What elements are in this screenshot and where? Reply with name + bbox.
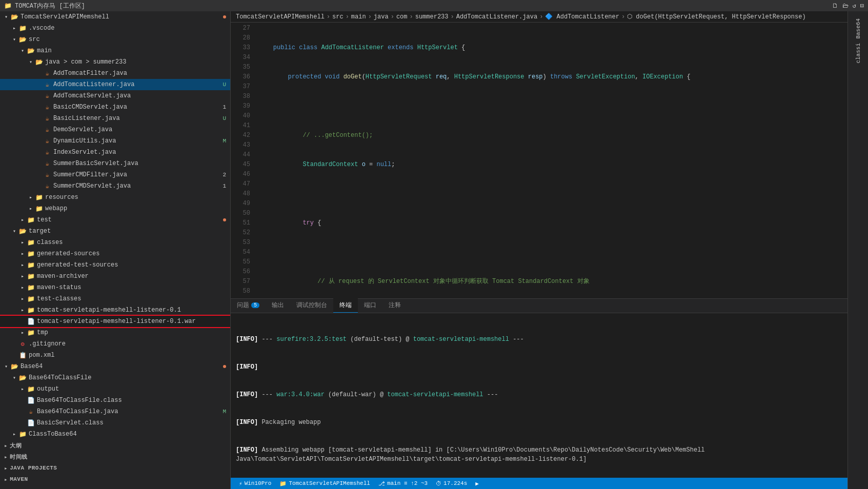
- java-icon: ☕: [43, 70, 51, 77]
- status-timing[interactable]: ⏱ 17.224s: [432, 478, 471, 489]
- sidebar-item-SummerCMDFilter[interactable]: ☕ SummerCMDFilter.java 2: [0, 169, 230, 180]
- breadcrumb-item-1: TomcatServletAPIMemshell: [236, 13, 325, 21]
- sidebar-item-BasicListener[interactable]: ☕ BasicListener.java U: [0, 113, 230, 124]
- sidebar-item-ClassToBase64[interactable]: ▸ 📁 ClassToBase64: [0, 429, 230, 440]
- sidebar-item-src[interactable]: ▾ 📂 src: [0, 34, 230, 45]
- chevron-right-icon: ▸: [4, 476, 8, 483]
- tab-problems-label: 问题: [237, 301, 249, 310]
- breadcrumb-item-4: java: [374, 13, 389, 21]
- refresh-icon[interactable]: ↺: [853, 2, 856, 10]
- mini-panel-btn-2[interactable]: Base64: [853, 17, 863, 40]
- code-line-36: try {: [256, 218, 847, 228]
- section-timeline[interactable]: ▸ 时间线: [0, 451, 230, 462]
- sidebar-item-tomcat-memshell-listener-dir[interactable]: ▸ 📁 tomcat-servletapi-memshell-listener-…: [0, 304, 230, 316]
- sidebar-tree: ▾ 📂 TomcatServletAPIMemshell ▸ 📁 .vscode…: [0, 11, 230, 489]
- tab-problems[interactable]: 问题 5: [231, 298, 266, 313]
- sidebar-item-webapp[interactable]: ▸ 📁 webapp: [0, 203, 230, 214]
- sidebar-item-AddTomcatFilter[interactable]: ☕ AddTomcatFilter.java: [0, 68, 230, 79]
- file-badge: 2: [223, 172, 226, 178]
- code-line-empty: [256, 101, 847, 111]
- sidebar-item-output[interactable]: ▸ 📁 output: [0, 383, 230, 395]
- sidebar-item-target[interactable]: ▾ 📂 target: [0, 226, 230, 237]
- sidebar-item-BasicCMDServlet[interactable]: ☕ BasicCMDServlet.java 1: [0, 101, 230, 113]
- sidebar-item-generated-sources[interactable]: ▸ 📁 generated-sources: [0, 248, 230, 259]
- sidebar-item-gitignore[interactable]: ⚙ .gitignore: [0, 338, 230, 350]
- sidebar-item-DemoServlet[interactable]: ☕ DemoServlet.java: [0, 124, 230, 135]
- sidebar-item-test-classes[interactable]: ▸ 📁 test-classes: [0, 293, 230, 304]
- file-badge: M: [223, 138, 226, 144]
- folder-repo-icon: 📁: [279, 480, 287, 487]
- folder-open-icon: 📂: [10, 363, 18, 371]
- java-icon: ☕: [43, 115, 51, 123]
- folder-icon: 📁: [27, 261, 35, 269]
- sidebar-item-pom-xml[interactable]: 📋 pom.xml: [0, 350, 230, 361]
- sidebar-item-resources[interactable]: ▸ 📁 resources: [0, 192, 230, 203]
- sidebar: ▾ 📂 TomcatServletAPIMemshell ▸ 📁 .vscode…: [0, 11, 231, 489]
- sidebar-item-generated-test-sources[interactable]: ▸ 📁 generated-test-sources: [0, 259, 230, 271]
- tab-ports-label: 端口: [364, 301, 376, 310]
- arrow-icon: ▾: [10, 36, 18, 43]
- sidebar-item-DynamicUtils[interactable]: ☕ DynamicUtils.java M: [0, 135, 230, 147]
- folder-icon: 📁: [4, 2, 12, 10]
- status-repo[interactable]: 📁 TomcatServletAPIMemshell: [275, 478, 374, 489]
- section-maven[interactable]: ▸ MAVEN: [0, 474, 230, 485]
- maven-label: MAVEN: [10, 476, 28, 482]
- folder-open-icon: 📂: [27, 47, 35, 55]
- status-timing-label: 17.224s: [443, 480, 467, 486]
- terminal-content[interactable]: [INFO] --- surefire:3.2.5:test (default-…: [231, 313, 847, 478]
- arrow-icon: ▸: [10, 431, 18, 437]
- sidebar-item-classes[interactable]: ▸ 📁 classes: [0, 237, 230, 248]
- sidebar-item-tmp[interactable]: ▸ 📁 tmp: [0, 327, 230, 338]
- sidebar-item-war-file[interactable]: 📄 tomcat-servletapi-memshell-listener-0.…: [0, 316, 230, 327]
- arrow-icon: ▸: [18, 296, 27, 302]
- folder-icon: 📁: [27, 329, 35, 337]
- sidebar-item-Base64ToClassFile-java[interactable]: ☕ Base64ToClassFile.java M: [0, 406, 230, 417]
- sidebar-item-Base64ToClassFile[interactable]: ▾ 📂 Base64ToClassFile: [0, 372, 230, 383]
- sidebar-item-main[interactable]: ▾ 📂 main: [0, 45, 230, 56]
- status-terminal-indicator[interactable]: ▶: [471, 478, 483, 489]
- tab-terminal[interactable]: 终端: [333, 298, 358, 313]
- sidebar-item-SummerBasicServlet[interactable]: ☕ SummerBasicServlet.java: [0, 158, 230, 169]
- new-file-icon[interactable]: 🗋: [832, 2, 838, 10]
- sidebar-item-Base64[interactable]: ▾ 📂 Base64: [0, 361, 230, 372]
- sidebar-item-maven-archiver[interactable]: ▸ 📁 maven-archiver: [0, 271, 230, 282]
- status-git-remote[interactable]: ⚡ Win10Pro: [235, 478, 275, 489]
- sidebar-item-Base64ToClassFile-class[interactable]: 📄 Base64ToClassFile.class: [0, 395, 230, 406]
- sidebar-item-SummerCMDServlet[interactable]: ☕ SummerCMDServlet.java 1: [0, 180, 230, 192]
- folder-open-icon: 📂: [18, 374, 27, 382]
- sidebar-item-java-com-summer233[interactable]: ▾ 📂 java > com > summer233: [0, 56, 230, 68]
- tab-output[interactable]: 输出: [266, 298, 290, 313]
- mini-panel-btn-3[interactable]: classi: [853, 42, 863, 65]
- file-badge: 1: [223, 183, 226, 189]
- arrow-icon: ▾: [10, 228, 18, 234]
- new-folder-icon[interactable]: 🗁: [842, 2, 849, 10]
- java-icon: ☕: [43, 149, 51, 156]
- folder-open-icon: 📂: [35, 58, 43, 66]
- mini-panel-btn-1[interactable]: 顶栏: [852, 13, 864, 15]
- sidebar-item-vscode[interactable]: ▸ 📁 .vscode: [0, 23, 230, 34]
- section-outline[interactable]: ▸ 大纲: [0, 440, 230, 451]
- chevron-right-icon: ▸: [4, 454, 8, 460]
- collapse-all-icon[interactable]: ⊟: [860, 2, 864, 10]
- sidebar-item-AddTomcatListener[interactable]: ☕ AddTomcatListener.java U: [0, 79, 230, 90]
- tab-debug-console[interactable]: 调试控制台: [290, 298, 333, 313]
- status-branch[interactable]: ⎇ main ≡ ↑2 ~3: [374, 478, 432, 489]
- tab-terminal-label: 终端: [339, 301, 352, 310]
- terminal-line-5: [INFO] Assembling webapp [tomcat-servlet…: [236, 445, 842, 464]
- sidebar-item-AddTomcatServlet[interactable]: ☕ AddTomcatServlet.java: [0, 90, 230, 101]
- git-branch-icon: ⎇: [378, 480, 385, 487]
- folder-icon: 📁: [27, 239, 35, 247]
- sidebar-item-test[interactable]: ▸ 📁 test: [0, 214, 230, 226]
- java-icon: ☕: [43, 182, 51, 190]
- sidebar-item-IndexServlet[interactable]: ☕ IndexServlet.java: [0, 147, 230, 158]
- tab-ports[interactable]: 端口: [358, 298, 382, 313]
- sidebar-item-BasicServlet-class[interactable]: 📄 BasicServlet.class: [0, 417, 230, 429]
- code-content[interactable]: public class AddTomcatListener extends H…: [256, 23, 847, 298]
- terminal-panel: 问题 5 输出 调试控制台 终端 端口 注释: [231, 298, 847, 478]
- sidebar-item-TomcatServletAPIMemshell[interactable]: ▾ 📂 TomcatServletAPIMemshell: [0, 11, 230, 23]
- section-java-projects[interactable]: ▸ JAVA PROJECTS: [0, 462, 230, 474]
- sidebar-item-maven-status[interactable]: ▸ 📁 maven-status: [0, 282, 230, 293]
- folder-icon: 📁: [35, 194, 43, 201]
- arrow-icon: ▸: [18, 330, 27, 336]
- tab-comments[interactable]: 注释: [382, 298, 407, 313]
